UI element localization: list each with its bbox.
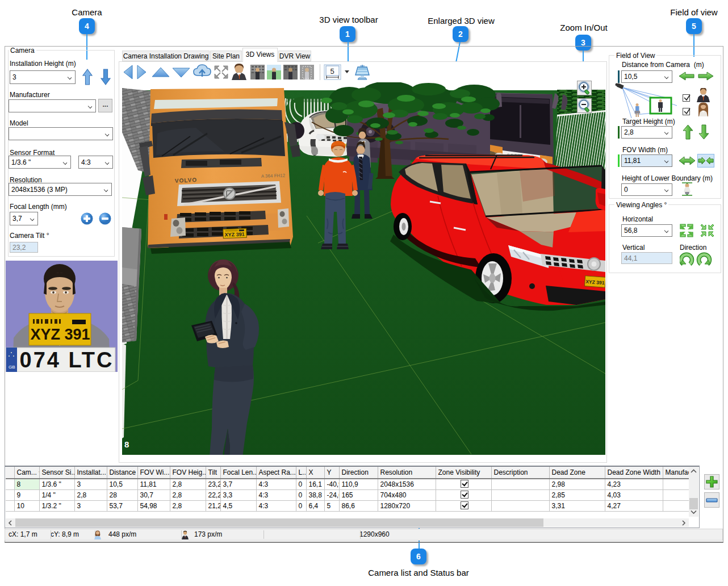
svg-text:VOLVO: VOLVO — [175, 177, 198, 184]
svg-text:5: 5 — [330, 67, 334, 76]
svg-text:XYZ 391: XYZ 391 — [30, 326, 90, 343]
svg-text:A 364 FH12: A 364 FH12 — [261, 173, 286, 179]
svg-text:GB: GB — [9, 365, 15, 370]
svg-text:8: 8 — [124, 440, 129, 449]
svg-text:XYZ 391: XYZ 391 — [224, 231, 244, 237]
svg-text:074 LTC: 074 LTC — [20, 348, 112, 372]
